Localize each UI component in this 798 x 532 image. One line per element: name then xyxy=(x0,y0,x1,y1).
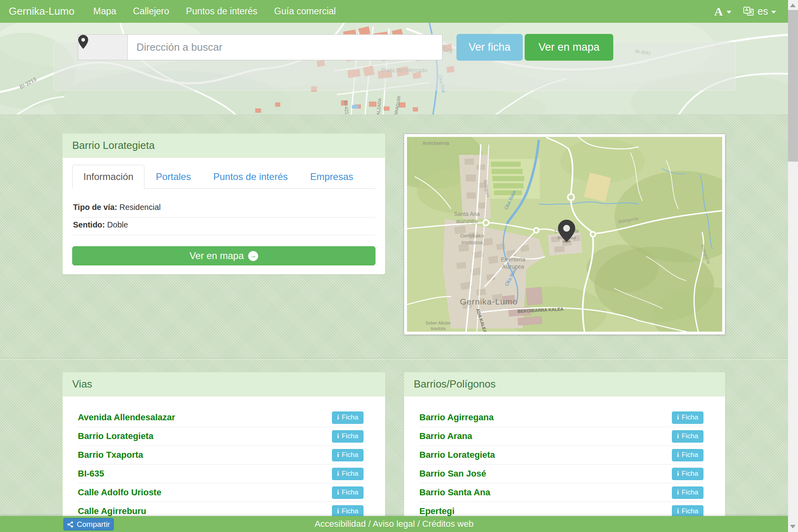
brand-link[interactable]: Gernika-Lumo xyxy=(9,5,75,18)
field-label: Sentido: xyxy=(73,220,105,229)
field-label: Tipo de vía: xyxy=(73,203,117,212)
info-icon: i xyxy=(337,451,339,459)
nav-menu: Mapa Callejero Puntos de interés Guía co… xyxy=(85,6,344,17)
top-navbar: Gernika-Lumo Mapa Callejero Puntos de in… xyxy=(0,0,788,23)
ficha-button[interactable]: iFicha xyxy=(332,411,363,424)
map-label: ikastola xyxy=(431,326,446,331)
ficha-button[interactable]: iFicha xyxy=(672,411,703,424)
field-tipo-de-via: Tipo de vía: Residencial xyxy=(72,200,375,218)
location-mini-map[interactable]: Armotxerria Santa Ana auzunea Bidegorri … xyxy=(404,134,725,335)
barrio-link[interactable]: Barrio Santa Ana xyxy=(419,487,490,498)
ficha-button[interactable]: iFicha xyxy=(672,487,703,499)
header-map-banner: BI-3213 BI-421 BI-3224 BI-3242 Plaza del… xyxy=(0,23,788,115)
tab-empresas[interactable]: Empresas xyxy=(299,165,364,189)
footer-links[interactable]: Accesibilidad / Aviso legal / Créditos w… xyxy=(0,516,788,532)
scroll-up-arrow-icon[interactable] xyxy=(790,4,796,7)
tab-puntos-de-interes[interactable]: Puntos de interés xyxy=(202,165,299,189)
ficha-label: Ficha xyxy=(681,432,698,440)
tab-portales[interactable]: Portales xyxy=(144,165,202,189)
detail-card-body: Información Portales Puntos de interés E… xyxy=(63,158,385,274)
list-item: Barrio Txaporta iFicha xyxy=(78,446,363,465)
field-value: Residencial xyxy=(119,203,160,212)
ficha-label: Ficha xyxy=(681,507,698,515)
ficha-button[interactable]: iFicha xyxy=(672,505,703,516)
map-label: Gernika-Lumo xyxy=(460,297,518,306)
barrio-link[interactable]: Barrio Lorategieta xyxy=(419,450,495,460)
ficha-button[interactable]: iFicha xyxy=(332,505,363,516)
info-icon: i xyxy=(337,432,339,440)
scroll-down-arrow-icon[interactable] xyxy=(790,525,796,528)
vias-list: Avenida Allendesalazar iFicha Barrio Lor… xyxy=(63,396,385,516)
nav-item-puntos-de-interes[interactable]: Puntos de interés xyxy=(178,6,266,17)
ficha-label: Ficha xyxy=(342,432,358,440)
via-link[interactable]: Calle Adolfo Urioste xyxy=(78,487,161,498)
lists-section: Vias Avenida Allendesalazar iFicha Barri… xyxy=(0,358,788,516)
via-link[interactable]: Barrio Lorategieta xyxy=(78,431,154,441)
nav-item-guia-comercial[interactable]: Guía comercial xyxy=(266,6,344,17)
scrollbar-thumb[interactable] xyxy=(788,10,798,162)
ficha-button[interactable]: iFicha xyxy=(672,430,703,443)
language-code: es xyxy=(758,6,768,17)
via-link[interactable]: Calle Agirreburu xyxy=(78,506,146,516)
navbar-right: A es xyxy=(714,5,776,18)
via-link[interactable]: Barrio Txaporta xyxy=(78,450,143,460)
info-fields: Tipo de vía: Residencial Sentido: Doble xyxy=(72,200,375,235)
share-icon xyxy=(67,521,73,528)
ficha-button[interactable]: iFicha xyxy=(332,487,363,499)
info-icon: i xyxy=(677,432,679,440)
ficha-label: Ficha xyxy=(681,413,698,421)
list-item: Barrio Santa Ana iFicha xyxy=(419,483,703,502)
barrio-link[interactable]: Epertegi xyxy=(419,506,454,516)
list-item: Barrio Agirregana iFicha xyxy=(419,408,703,427)
ficha-label: Ficha xyxy=(342,413,358,421)
ficha-button[interactable]: iFicha xyxy=(672,449,703,461)
info-icon: i xyxy=(677,451,679,459)
ficha-button[interactable]: iFicha xyxy=(672,468,703,480)
ficha-label: Ficha xyxy=(342,507,358,515)
info-icon: i xyxy=(677,507,679,515)
barrio-link[interactable]: Barrio Agirregana xyxy=(419,412,494,423)
list-item: Barrio San José iFicha xyxy=(419,465,703,483)
page-root: Gernika-Lumo Mapa Callejero Puntos de in… xyxy=(0,0,798,532)
detail-tabs: Información Portales Puntos de interés E… xyxy=(72,165,375,189)
map-label: Errenteria xyxy=(501,256,525,263)
font-size-dropdown[interactable]: A xyxy=(714,5,731,18)
address-search-group xyxy=(78,34,442,60)
nav-item-mapa[interactable]: Mapa xyxy=(85,6,125,17)
share-button[interactable]: Compartir xyxy=(63,518,114,530)
ficha-button[interactable]: iFicha xyxy=(332,449,363,461)
ficha-label: Ficha xyxy=(681,451,698,459)
info-icon: i xyxy=(677,488,679,496)
barrio-link[interactable]: Barrio Arana xyxy=(419,431,472,441)
field-sentido: Sentido: Doble xyxy=(72,218,375,235)
location-pin-icon xyxy=(78,34,89,49)
map-label: auzunea xyxy=(456,218,478,224)
street-detail-card: Barrio Lorategieta Información Portales … xyxy=(62,133,385,275)
list-item: BI-635 iFicha xyxy=(78,465,363,483)
language-dropdown[interactable]: es xyxy=(743,6,776,17)
map-label: Institutoa xyxy=(462,239,483,245)
chevron-down-icon xyxy=(771,11,776,14)
via-link[interactable]: Avenida Allendesalazar xyxy=(78,412,175,423)
barrios-panel-title: Barrios/Polígonos xyxy=(404,372,725,396)
tab-informacion[interactable]: Información xyxy=(72,165,144,189)
ficha-button[interactable]: iFicha xyxy=(332,468,363,480)
ver-en-mapa-header-button[interactable]: Ver en mapa xyxy=(525,34,613,61)
list-item: Avenida Allendesalazar iFicha xyxy=(78,408,363,427)
info-icon: i xyxy=(337,507,339,515)
address-search-input[interactable] xyxy=(127,34,442,60)
via-link[interactable]: BI-635 xyxy=(78,469,104,479)
font-size-icon: A xyxy=(714,5,723,18)
ficha-button[interactable]: iFicha xyxy=(332,430,363,443)
ficha-label: Ficha xyxy=(681,470,698,478)
nav-item-callejero[interactable]: Callejero xyxy=(124,6,178,17)
list-item: Barrio Lorategieta iFicha xyxy=(78,427,363,446)
barrios-panel: Barrios/Polígonos Barrio Agirregana iFic… xyxy=(404,372,725,516)
list-item: Epertegi iFicha xyxy=(419,502,703,516)
ver-en-mapa-card-button[interactable]: Ver en mapa → xyxy=(72,246,375,265)
vias-panel: Vias Avenida Allendesalazar iFicha Barri… xyxy=(62,372,385,516)
detail-card-title: Barrio Lorategieta xyxy=(63,134,385,158)
barrio-link[interactable]: Barrio San José xyxy=(419,469,486,479)
info-icon: i xyxy=(677,413,679,421)
ver-ficha-button[interactable]: Ver ficha xyxy=(456,34,523,61)
